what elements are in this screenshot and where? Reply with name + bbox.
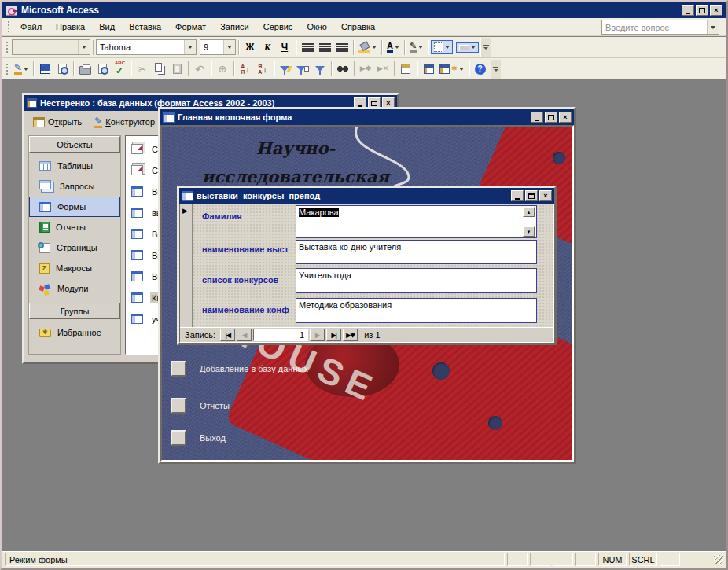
sidebar-item-favorites[interactable]: Избранное bbox=[29, 322, 120, 343]
font-name-combo[interactable]: Tahoma bbox=[96, 39, 197, 55]
minimize-button[interactable] bbox=[682, 5, 694, 16]
reports-button[interactable] bbox=[171, 398, 186, 414]
menu-records[interactable]: Записи bbox=[213, 20, 256, 34]
exit-button[interactable] bbox=[171, 430, 186, 446]
sidebar-item-modules[interactable]: Модули bbox=[29, 278, 120, 299]
sidebar-item-queries[interactable]: Запросы bbox=[29, 176, 120, 197]
menu-format[interactable]: Формат bbox=[168, 20, 213, 34]
conference-field[interactable]: Методика образования bbox=[296, 298, 537, 323]
new-object-button[interactable]: ✱ bbox=[437, 61, 466, 78]
align-center-button[interactable] bbox=[316, 39, 333, 56]
rf-close-button[interactable]: × bbox=[539, 190, 552, 201]
new-record-nav-button[interactable]: ▶✱ bbox=[343, 329, 358, 341]
font-name-dropdown[interactable] bbox=[184, 40, 196, 54]
menu-edit[interactable]: Правка bbox=[49, 20, 92, 34]
database-window-button[interactable] bbox=[420, 61, 437, 78]
sidebar-item-reports[interactable]: Отчеты bbox=[29, 217, 120, 237]
scroll-up-button[interactable]: ▲ bbox=[523, 207, 535, 217]
surname-field[interactable]: Макарова ▲ ▼ bbox=[296, 205, 537, 238]
close-button[interactable]: × bbox=[710, 5, 722, 16]
paste-button[interactable] bbox=[168, 61, 186, 78]
file-search-button[interactable] bbox=[53, 61, 71, 78]
copy-button[interactable] bbox=[151, 61, 168, 78]
print-preview-button[interactable] bbox=[94, 61, 111, 78]
apply-filter-button[interactable] bbox=[311, 61, 329, 78]
menu-view[interactable]: Вид bbox=[92, 20, 122, 34]
align-left-button[interactable] bbox=[299, 39, 316, 56]
sort-descending-button[interactable]: ЯА↓ bbox=[254, 61, 271, 78]
formatting-toolbar-grip[interactable] bbox=[6, 41, 9, 53]
delete-record-button[interactable]: ▶✕ bbox=[374, 61, 392, 78]
spelling-button[interactable]: ✓ bbox=[111, 61, 128, 78]
sb-minimize-button[interactable] bbox=[531, 112, 543, 123]
menu-tools[interactable]: Сервис bbox=[256, 20, 300, 34]
object-selector-dropdown[interactable] bbox=[78, 40, 90, 54]
sidebar-item-pages[interactable]: Страницы bbox=[29, 237, 120, 258]
fill-color-button[interactable] bbox=[356, 39, 379, 56]
toolbar-options-button[interactable] bbox=[480, 38, 491, 57]
font-color-button[interactable]: А bbox=[384, 39, 402, 56]
exhibition-field[interactable]: Выставка ко дню учителя bbox=[296, 240, 537, 264]
special-effect-button[interactable] bbox=[456, 42, 479, 53]
insert-hyperlink-button[interactable]: ⊕ bbox=[214, 61, 231, 78]
query-icon bbox=[39, 180, 51, 189]
sort-ascending-button[interactable]: АЯ↓ bbox=[237, 61, 254, 78]
design-object-button[interactable]: ✎ Конструктор bbox=[92, 115, 157, 130]
sidebar-item-tables[interactable]: Таблицы bbox=[29, 156, 120, 176]
line-color-button[interactable]: ✎ bbox=[407, 39, 425, 56]
standard-toolbar-grip[interactable] bbox=[6, 63, 9, 75]
switchboard-titlebar[interactable]: Главная кнопочная форма × bbox=[160, 109, 574, 125]
menubar-grip[interactable] bbox=[7, 20, 10, 33]
filter-by-selection-button[interactable] bbox=[277, 61, 294, 78]
sb-close-button[interactable]: × bbox=[559, 112, 572, 123]
add-to-database-button[interactable] bbox=[171, 361, 186, 377]
view-design-button[interactable]: ✎ bbox=[12, 61, 31, 78]
menu-file[interactable]: Файл bbox=[13, 20, 49, 34]
module-icon bbox=[39, 284, 51, 294]
ask-question-dropdown[interactable] bbox=[707, 20, 719, 34]
help-button[interactable]: ? bbox=[472, 61, 489, 78]
scroll-down-button[interactable]: ▼ bbox=[523, 226, 535, 237]
previous-record-button[interactable]: ◀ bbox=[237, 329, 252, 341]
menu-window[interactable]: Окно bbox=[300, 20, 334, 34]
filter-by-form-button[interactable] bbox=[294, 61, 311, 78]
resize-grip[interactable] bbox=[714, 555, 723, 564]
groups-header[interactable]: Группы bbox=[29, 303, 120, 319]
record-form-titlebar[interactable]: выставки_конкурсы_препод × bbox=[179, 188, 554, 204]
record-number-input[interactable]: 1 bbox=[253, 329, 308, 341]
objects-header[interactable]: Объекты bbox=[29, 136, 120, 153]
italic-button[interactable]: К bbox=[259, 39, 276, 56]
field-label-exhibition: наименование выст bbox=[202, 245, 295, 254]
menu-help[interactable]: Справка bbox=[334, 20, 382, 34]
object-selector-combo[interactable] bbox=[12, 39, 90, 55]
bold-button[interactable]: Ж bbox=[241, 39, 259, 56]
save-button[interactable] bbox=[36, 61, 53, 78]
record-selector-bar[interactable]: ▶ bbox=[180, 204, 193, 327]
underline-button[interactable]: Ч bbox=[276, 39, 293, 56]
cut-button[interactable]: ✂ bbox=[134, 61, 151, 78]
rf-maximize-button[interactable] bbox=[525, 190, 538, 201]
rf-minimize-button[interactable] bbox=[511, 190, 524, 201]
sidebar-item-forms[interactable]: Формы bbox=[29, 197, 120, 217]
ask-question-box[interactable]: Введите вопрос bbox=[601, 20, 719, 35]
line-border-button[interactable] bbox=[431, 40, 453, 54]
font-size-dropdown[interactable] bbox=[223, 40, 235, 54]
menu-insert[interactable]: Вставка bbox=[122, 20, 168, 34]
sb-maximize-button[interactable] bbox=[545, 112, 557, 123]
first-record-button[interactable]: |◀ bbox=[220, 329, 235, 341]
sidebar-item-macros[interactable]: ZМакросы bbox=[29, 258, 120, 278]
find-button[interactable] bbox=[334, 61, 351, 78]
toolbar-options-button[interactable] bbox=[491, 60, 501, 79]
contests-field[interactable]: Учитель года bbox=[296, 268, 537, 293]
print-button[interactable] bbox=[76, 61, 94, 78]
font-size-combo[interactable]: 9 bbox=[200, 39, 236, 55]
new-record-button[interactable]: ▶✱ bbox=[357, 61, 374, 78]
form-icon bbox=[131, 250, 143, 260]
open-object-button[interactable]: Открыть bbox=[31, 116, 84, 129]
next-record-button[interactable]: ▶ bbox=[310, 329, 325, 341]
maximize-button[interactable] bbox=[696, 5, 708, 16]
undo-button[interactable]: ↶ bbox=[191, 61, 208, 78]
properties-button[interactable] bbox=[397, 61, 414, 78]
last-record-button[interactable]: ▶| bbox=[326, 329, 341, 341]
align-right-button[interactable] bbox=[333, 39, 351, 56]
